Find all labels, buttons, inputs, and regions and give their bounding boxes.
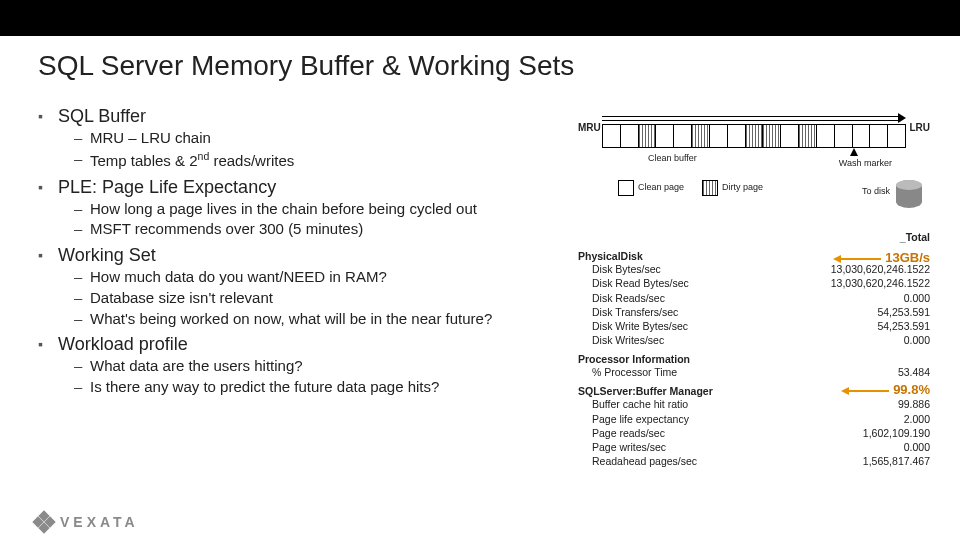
logo-text: VEXATA <box>60 514 139 530</box>
perf-counter-name: Disk Bytes/sec <box>578 262 661 276</box>
logo-icon <box>34 512 54 532</box>
to-disk-label: To disk <box>862 186 890 196</box>
perf-counter-name: Readahead pages/sec <box>578 454 697 468</box>
sub-mru-lru: MRU – LRU chain <box>74 129 578 148</box>
sub-ple-msft: MSFT recommends over 300 (5 minutes) <box>74 220 578 239</box>
perf-group: PhysicalDisk <box>578 250 930 262</box>
perf-counter-name: Page writes/sec <box>578 440 666 454</box>
perf-counter-name: Disk Transfers/sec <box>578 305 678 319</box>
perf-counter-name: % Processor Time <box>578 365 677 379</box>
perf-counters: _Total PhysicalDiskDisk Bytes/sec13,030,… <box>578 230 930 468</box>
perf-row: Page reads/sec1,602,109.190 <box>578 426 930 440</box>
legend: Clean page Dirty page <box>618 180 763 196</box>
perf-row: % Processor Time53.484 <box>578 365 930 379</box>
perf-counter-value: 54,253.591 <box>877 319 930 333</box>
perf-counter-value: 0.000 <box>904 333 930 347</box>
to-disk: To disk <box>862 180 922 202</box>
disk-icon <box>896 180 922 202</box>
slide-body: SQL Server Memory Buffer & Working Sets … <box>0 36 960 540</box>
sub-wl-2: Is there any way to predict the future d… <box>74 378 578 397</box>
perf-counter-name: Disk Writes/sec <box>578 333 664 347</box>
perf-total-header: _Total <box>900 230 930 244</box>
perf-counter-value: 13,030,620,246.1522 <box>831 276 930 290</box>
slide-title: SQL Server Memory Buffer & Working Sets <box>38 50 930 82</box>
sub-ple-desc: How long a page lives in the chain befor… <box>74 200 578 219</box>
sub-wl-1: What data are the users hitting? <box>74 357 578 376</box>
chain-arrow-icon <box>602 114 906 122</box>
lru-label: LRU <box>909 122 930 133</box>
sub-ws-2: Database size isn't relevant <box>74 289 578 308</box>
perf-counter-name: Disk Read Bytes/sec <box>578 276 689 290</box>
legend-dirty: Dirty page <box>722 182 763 192</box>
bullet-sql-buffer: SQL Buffer <box>38 106 578 127</box>
dirty-swatch-icon <box>702 180 718 196</box>
perf-row: Disk Reads/sec0.000 <box>578 291 930 305</box>
perf-row: Page life expectancy2.000 <box>578 412 930 426</box>
perf-row: Disk Transfers/sec54,253.591 <box>578 305 930 319</box>
perf-counter-name: Disk Reads/sec <box>578 291 665 305</box>
sub-ws-3: What's being worked on now, what will be… <box>74 310 578 329</box>
buffer-chain-diagram: MRU LRU Clean buffer Wash marker Clean p… <box>578 110 930 220</box>
perf-counter-name: Buffer cache hit ratio <box>578 397 688 411</box>
bullet-working-set: Working Set <box>38 245 578 266</box>
perf-counter-name: Page reads/sec <box>578 426 665 440</box>
perf-row: Readahead pages/sec1,565,817.467 <box>578 454 930 468</box>
perf-row: Disk Writes/sec0.000 <box>578 333 930 347</box>
perf-counter-value: 54,253.591 <box>877 305 930 319</box>
clean-buffer-label: Clean buffer <box>648 153 697 163</box>
perf-counter-value: 99.886 <box>898 397 930 411</box>
clean-swatch-icon <box>618 180 634 196</box>
callout-hitratio: 99.8% <box>893 382 930 397</box>
perf-row: Page writes/sec0.000 <box>578 440 930 454</box>
perf-counter-value: 53.484 <box>898 365 930 379</box>
wash-marker-arrow-icon <box>850 148 858 156</box>
perf-counter-name: Disk Write Bytes/sec <box>578 319 688 333</box>
perf-counter-value: 2.000 <box>904 412 930 426</box>
buffer-chain <box>602 124 906 148</box>
vexata-logo: VEXATA <box>34 512 139 532</box>
sub-ws-1: How much data do you want/NEED in RAM? <box>74 268 578 287</box>
bullet-workload: Workload profile <box>38 334 578 355</box>
mru-label: MRU <box>578 122 601 133</box>
sub-temp-tables: Temp tables & 2nd reads/writes <box>74 150 578 171</box>
legend-clean: Clean page <box>638 182 684 192</box>
perf-row: Disk Read Bytes/sec13,030,620,246.1522 <box>578 276 930 290</box>
perf-counter-value: 0.000 <box>904 440 930 454</box>
diagram-column: MRU LRU Clean buffer Wash marker Clean p… <box>578 100 930 468</box>
perf-counter-value: 0.000 <box>904 291 930 305</box>
perf-counter-value: 1,565,817.467 <box>863 454 930 468</box>
perf-row: Disk Bytes/sec13,030,620,246.1522 <box>578 262 930 276</box>
perf-counter-value: 1,602,109.190 <box>863 426 930 440</box>
perf-row: Disk Write Bytes/sec54,253.591 <box>578 319 930 333</box>
callout-throughput: 13GB/s <box>885 250 930 265</box>
perf-row: Buffer cache hit ratio99.886 <box>578 397 930 411</box>
wash-marker-label: Wash marker <box>839 158 892 168</box>
perf-group: Processor Information <box>578 353 930 365</box>
top-black-bar <box>0 0 960 36</box>
bullet-column: SQL Buffer MRU – LRU chain Temp tables &… <box>38 100 578 468</box>
perf-counter-name: Page life expectancy <box>578 412 689 426</box>
bullet-ple: PLE: Page Life Expectancy <box>38 177 578 198</box>
